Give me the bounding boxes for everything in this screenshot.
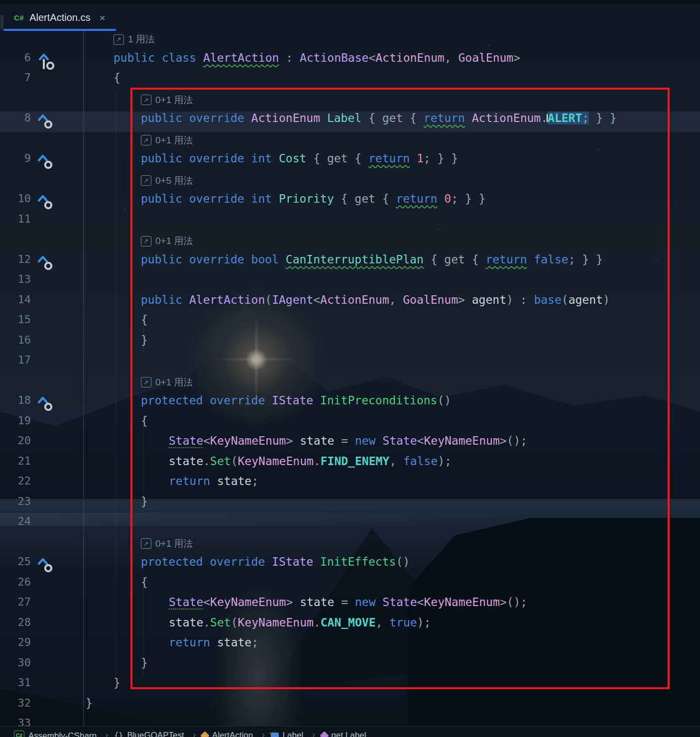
code-segment: InitEffects	[320, 555, 396, 568]
line-number[interactable]: 24	[0, 515, 31, 527]
code-lens-row[interactable]: ↗0+1 用法	[0, 233, 700, 253]
code-row[interactable]: 20State<KeyNameEnum> state = new State<K…	[0, 434, 700, 455]
line-number[interactable]: 11	[0, 213, 31, 225]
code-row[interactable]: 21state.Set(KeyNameEnum.FIND_ENEMY, fals…	[0, 455, 700, 475]
breadcrumb-item[interactable]: C#Assembly-CSharp	[14, 731, 97, 737]
code-row[interactable]: 19{	[0, 414, 700, 435]
usages-code-lens[interactable]: ↗0+1 用法	[141, 537, 193, 550]
code-segment: .	[203, 616, 210, 629]
code-segment: {	[382, 192, 396, 205]
code-segment: false	[534, 253, 568, 266]
usages-code-lens[interactable]: ↗0+5 用法	[141, 174, 193, 187]
code-row[interactable]: 17	[0, 354, 700, 374]
code-segment: 1	[417, 152, 424, 165]
code-segment: {	[472, 253, 486, 266]
code-row[interactable]: 28state.Set(KeyNameEnum.CAN_MOVE, true);	[0, 616, 700, 636]
code-line: return state;	[0, 475, 700, 488]
code-lens-row[interactable]: ↗0+1 用法	[0, 132, 700, 152]
code-line: State<KeyNameEnum> state = new State<Key…	[0, 596, 700, 609]
code-segment: State	[382, 434, 417, 447]
code-segment: override	[189, 192, 251, 205]
usages-code-lens[interactable]: ↗0+1 用法	[141, 235, 193, 247]
code-segment: ,	[389, 455, 403, 468]
code-row[interactable]: 6public class AlertAction : ActionBase<A…	[0, 51, 700, 72]
code-row[interactable]: 7{	[0, 71, 700, 92]
code-segment: public	[141, 293, 189, 306]
code-segment: }	[141, 656, 148, 669]
line-number[interactable]: 17	[0, 354, 31, 366]
code-segment: ,	[375, 616, 389, 629]
code-row[interactable]: 18protected override IState InitPrecondi…	[0, 394, 700, 414]
code-lens-row[interactable]: ↗0+1 用法	[0, 374, 700, 394]
breadcrumb-item[interactable]: {}BlueGOAPTest	[114, 731, 184, 737]
property-icon	[271, 733, 279, 737]
code-lens-row[interactable]: ↗0+5 用法	[0, 172, 700, 193]
code-row[interactable]: 30}	[0, 656, 700, 677]
code-segment: >	[500, 434, 507, 447]
code-segment: ;	[582, 112, 589, 124]
code-row[interactable]: 23}	[0, 495, 700, 515]
code-segment: KeyNameEnum	[424, 596, 499, 609]
code-row[interactable]: 25protected override IState InitEffects(…	[0, 555, 700, 576]
code-row[interactable]: 15{	[0, 313, 700, 334]
csharp-project-icon: C#	[14, 731, 24, 737]
code-segment: override	[210, 555, 272, 568]
code-segment: .	[314, 616, 321, 629]
usages-lens-label: 0+1 用法	[155, 134, 193, 147]
code-lens-row[interactable]: ↗0+1 用法	[0, 92, 700, 112]
code-line: public class AlertAction : ActionBase<Ac…	[0, 51, 700, 64]
code-segment: public	[114, 51, 162, 64]
code-row[interactable]: 27State<KeyNameEnum> state = new State<K…	[0, 596, 700, 616]
code-line: }	[0, 495, 700, 508]
code-row[interactable]: 16}	[0, 334, 700, 354]
usages-code-lens[interactable]: ↗0+1 用法	[141, 376, 193, 389]
code-row[interactable]: 29return state;	[0, 636, 700, 656]
code-segment: override	[210, 394, 272, 407]
breadcrumb-item[interactable]: Label	[271, 731, 304, 737]
code-segment: false	[403, 455, 438, 468]
usages-code-lens[interactable]: ↗0+1 用法	[141, 134, 193, 147]
breadcrumb-separator: ›	[262, 731, 264, 737]
line-number[interactable]: 13	[0, 273, 31, 285]
code-row[interactable]: 9public override int Cost { get { return…	[0, 152, 700, 172]
breadcrumb-label: AlertAction	[212, 731, 253, 737]
code-row[interactable]: 26{	[0, 576, 700, 596]
code-row[interactable]: 24	[0, 515, 700, 535]
code-lens-row[interactable]: ↗1 用法	[0, 31, 700, 51]
code-lens-line: ↗0+1 用法	[0, 233, 700, 247]
breadcrumb-item[interactable]: get Label	[321, 731, 366, 737]
breadcrumb-item[interactable]: AlertAction	[202, 731, 253, 737]
usages-code-lens[interactable]: ↗0+1 用法	[141, 94, 193, 107]
code-row[interactable]: 32}	[0, 697, 700, 717]
code-segment	[465, 112, 472, 124]
code-segment: ActionEnum	[472, 112, 541, 124]
usages-lens-label: 0+1 用法	[155, 376, 193, 389]
code-row[interactable]: 31}	[0, 676, 700, 697]
code-line: }	[0, 676, 700, 689]
code-row[interactable]: 10public override int Priority { get { r…	[0, 192, 700, 213]
code-segment: } }	[589, 112, 616, 124]
code-segment: new	[355, 596, 382, 609]
tab-close-icon[interactable]: ×	[99, 12, 105, 23]
code-row[interactable]: 12public override bool CanInterruptibleP…	[0, 253, 700, 273]
code-lens-line: ↗0+1 用法	[0, 535, 700, 550]
code-segment: ; } }	[451, 192, 485, 205]
code-row[interactable]: 11	[0, 213, 700, 233]
breadcrumb-label: BlueGOAPTest	[127, 731, 184, 737]
code-row[interactable]: 8public override ActionEnum Label { get …	[0, 112, 700, 132]
code-row[interactable]: 14public AlertAction(IAgent<ActionEnum, …	[0, 293, 700, 314]
code-segment: <	[368, 51, 375, 64]
code-segment: ; } }	[424, 152, 458, 165]
code-segment: >	[458, 293, 472, 306]
tab-alertaction[interactable]: C# AlertAction.cs ×	[3, 4, 116, 31]
editor-rows[interactable]: ↗1 用法6public class AlertAction : ActionB…	[0, 31, 700, 737]
code-lens-row[interactable]: ↗0+1 用法	[0, 535, 700, 556]
code-segment: }	[114, 676, 120, 689]
code-row[interactable]: 22return state;	[0, 475, 700, 495]
code-line: protected override IState InitEffects()	[0, 555, 700, 568]
usages-code-lens[interactable]: ↗1 用法	[114, 33, 155, 46]
code-line: State<KeyNameEnum> state = new State<Key…	[0, 434, 700, 447]
code-row[interactable]: 13	[0, 273, 700, 293]
code-segment: }	[86, 697, 93, 710]
code-line: public override int Priority { get { ret…	[0, 192, 700, 205]
